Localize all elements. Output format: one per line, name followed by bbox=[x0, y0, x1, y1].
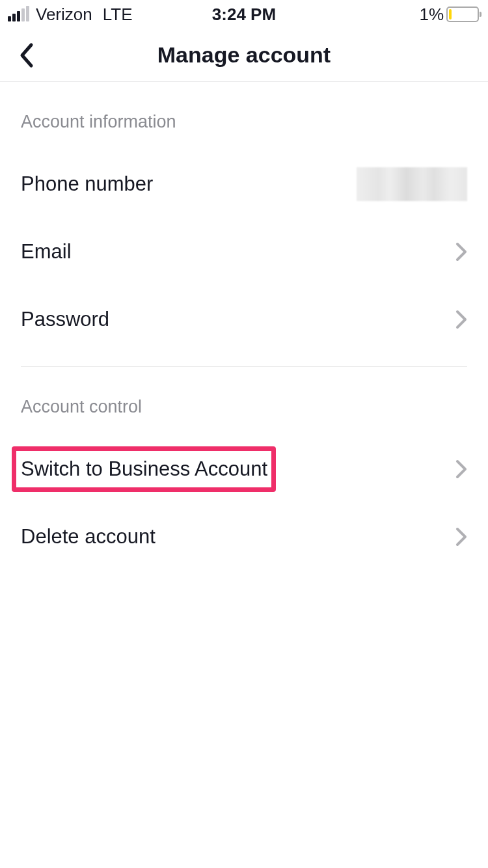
chevron-right-icon bbox=[455, 459, 467, 479]
back-button[interactable] bbox=[0, 29, 52, 82]
chevron-right-icon bbox=[455, 242, 467, 262]
switch-business-highlight: Switch to Business Account bbox=[12, 446, 276, 492]
row-label: Email bbox=[21, 240, 72, 264]
status-left: Verizon LTE bbox=[8, 5, 133, 25]
row-password[interactable]: Password bbox=[21, 286, 467, 353]
row-label: Delete account bbox=[21, 525, 156, 549]
row-delete-account[interactable]: Delete account bbox=[21, 503, 467, 571]
row-phone-number[interactable]: Phone number bbox=[21, 150, 467, 218]
phone-number-redacted bbox=[357, 167, 467, 201]
section-account-control: Account control Switch to Business Accou… bbox=[0, 367, 488, 571]
status-bar: Verizon LTE 3:24 PM 1% bbox=[0, 0, 488, 29]
chevron-left-icon bbox=[18, 42, 34, 68]
section-header-account-info: Account information bbox=[21, 82, 467, 150]
row-email[interactable]: Email bbox=[21, 218, 467, 286]
chevron-right-icon bbox=[455, 310, 467, 329]
row-label: Phone number bbox=[21, 172, 153, 196]
status-right: 1% bbox=[419, 5, 479, 25]
section-account-information: Account information Phone number Email P… bbox=[0, 82, 488, 353]
battery-icon bbox=[446, 7, 479, 22]
section-header-account-control: Account control bbox=[21, 367, 467, 435]
battery-percent: 1% bbox=[419, 5, 444, 25]
carrier-label: Verizon bbox=[36, 5, 92, 25]
network-label: LTE bbox=[103, 5, 133, 25]
row-switch-business[interactable]: Switch to Business Account bbox=[21, 435, 467, 503]
signal-icon bbox=[8, 7, 29, 21]
chevron-right-icon bbox=[455, 527, 467, 547]
nav-header: Manage account bbox=[0, 29, 488, 82]
row-label: Password bbox=[21, 308, 109, 331]
page-title: Manage account bbox=[0, 42, 488, 68]
row-label: Switch to Business Account bbox=[21, 457, 267, 480]
